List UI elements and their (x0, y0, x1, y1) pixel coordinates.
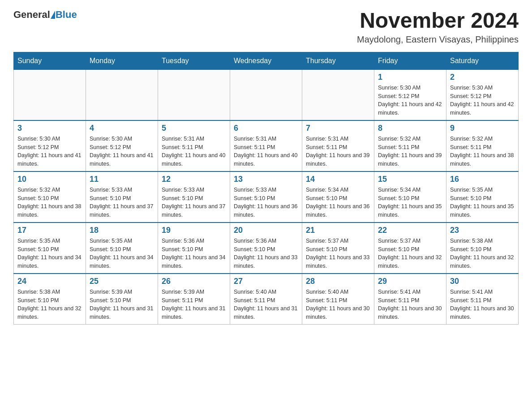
day-number: 4 (90, 124, 154, 133)
day-info: Sunrise: 5:34 AM Sunset: 5:10 PM Dayligh… (378, 186, 442, 219)
day-info: Sunrise: 5:35 AM Sunset: 5:10 PM Dayligh… (450, 186, 515, 219)
calendar-cell: 2Sunrise: 5:30 AM Sunset: 5:12 PM Daylig… (446, 69, 519, 120)
day-number: 6 (234, 124, 298, 133)
calendar-cell: 30Sunrise: 5:41 AM Sunset: 5:11 PM Dayli… (446, 274, 519, 325)
calendar-body: 1Sunrise: 5:30 AM Sunset: 5:12 PM Daylig… (14, 69, 519, 324)
calendar-cell: 21Sunrise: 5:37 AM Sunset: 5:10 PM Dayli… (302, 223, 374, 274)
day-number: 5 (162, 124, 226, 133)
day-info: Sunrise: 5:32 AM Sunset: 5:11 PM Dayligh… (450, 135, 515, 168)
days-of-week-row: SundayMondayTuesdayWednesdayThursdayFrid… (14, 52, 519, 69)
day-header-tuesday: Tuesday (158, 52, 230, 69)
calendar-cell: 20Sunrise: 5:36 AM Sunset: 5:10 PM Dayli… (230, 223, 302, 274)
day-info: Sunrise: 5:38 AM Sunset: 5:10 PM Dayligh… (17, 288, 82, 321)
day-number: 13 (234, 175, 298, 184)
logo-area: General Blue (13, 9, 77, 21)
day-number: 10 (17, 175, 82, 184)
day-info: Sunrise: 5:34 AM Sunset: 5:10 PM Dayligh… (306, 186, 370, 219)
day-info: Sunrise: 5:31 AM Sunset: 5:11 PM Dayligh… (162, 135, 226, 168)
calendar-cell: 19Sunrise: 5:36 AM Sunset: 5:10 PM Dayli… (158, 223, 230, 274)
calendar-cell: 6Sunrise: 5:31 AM Sunset: 5:11 PM Daylig… (230, 120, 302, 171)
location-title: Maydolong, Eastern Visayas, Philippines (357, 34, 519, 45)
calendar-cell: 11Sunrise: 5:33 AM Sunset: 5:10 PM Dayli… (86, 171, 158, 223)
calendar-cell (302, 69, 374, 120)
day-info: Sunrise: 5:38 AM Sunset: 5:10 PM Dayligh… (450, 237, 515, 270)
logo-triangle-icon (51, 11, 55, 19)
calendar-cell: 27Sunrise: 5:40 AM Sunset: 5:11 PM Dayli… (230, 274, 302, 325)
day-number: 12 (162, 175, 226, 184)
day-number: 22 (378, 226, 442, 235)
calendar-cell (230, 69, 302, 120)
day-info: Sunrise: 5:30 AM Sunset: 5:12 PM Dayligh… (90, 135, 154, 168)
calendar-cell: 9Sunrise: 5:32 AM Sunset: 5:11 PM Daylig… (446, 120, 519, 171)
day-number: 21 (306, 226, 370, 235)
day-number: 23 (450, 226, 515, 235)
day-number: 26 (162, 277, 226, 286)
day-number: 29 (378, 277, 442, 286)
day-info: Sunrise: 5:33 AM Sunset: 5:10 PM Dayligh… (162, 186, 226, 219)
day-info: Sunrise: 5:41 AM Sunset: 5:11 PM Dayligh… (450, 288, 515, 321)
calendar-cell: 13Sunrise: 5:33 AM Sunset: 5:10 PM Dayli… (230, 171, 302, 223)
day-number: 28 (306, 277, 370, 286)
day-info: Sunrise: 5:39 AM Sunset: 5:10 PM Dayligh… (90, 288, 154, 321)
calendar-cell: 29Sunrise: 5:41 AM Sunset: 5:11 PM Dayli… (374, 274, 446, 325)
day-number: 1 (378, 73, 442, 82)
day-number: 25 (90, 277, 154, 286)
calendar-cell: 24Sunrise: 5:38 AM Sunset: 5:10 PM Dayli… (14, 274, 86, 325)
day-info: Sunrise: 5:40 AM Sunset: 5:11 PM Dayligh… (234, 288, 298, 321)
day-info: Sunrise: 5:37 AM Sunset: 5:10 PM Dayligh… (306, 237, 370, 270)
page-header: General Blue November 2024 Maydolong, Ea… (13, 9, 519, 45)
day-number: 9 (450, 124, 515, 133)
day-number: 27 (234, 277, 298, 286)
day-info: Sunrise: 5:37 AM Sunset: 5:10 PM Dayligh… (378, 237, 442, 270)
week-row-1: 1Sunrise: 5:30 AM Sunset: 5:12 PM Daylig… (14, 69, 519, 120)
calendar-cell: 16Sunrise: 5:35 AM Sunset: 5:10 PM Dayli… (446, 171, 519, 223)
day-info: Sunrise: 5:30 AM Sunset: 5:12 PM Dayligh… (450, 84, 515, 117)
day-info: Sunrise: 5:39 AM Sunset: 5:11 PM Dayligh… (162, 288, 226, 321)
day-number: 24 (17, 277, 82, 286)
day-info: Sunrise: 5:33 AM Sunset: 5:10 PM Dayligh… (234, 186, 298, 219)
calendar-cell: 25Sunrise: 5:39 AM Sunset: 5:10 PM Dayli… (86, 274, 158, 325)
day-number: 30 (450, 277, 515, 286)
month-title: November 2024 (357, 9, 519, 33)
day-info: Sunrise: 5:35 AM Sunset: 5:10 PM Dayligh… (17, 237, 82, 270)
day-info: Sunrise: 5:33 AM Sunset: 5:10 PM Dayligh… (90, 186, 154, 219)
calendar-cell: 10Sunrise: 5:32 AM Sunset: 5:10 PM Dayli… (14, 171, 86, 223)
day-info: Sunrise: 5:30 AM Sunset: 5:12 PM Dayligh… (378, 84, 442, 117)
calendar-cell: 22Sunrise: 5:37 AM Sunset: 5:10 PM Dayli… (374, 223, 446, 274)
day-info: Sunrise: 5:35 AM Sunset: 5:10 PM Dayligh… (90, 237, 154, 270)
day-number: 3 (17, 124, 82, 133)
day-info: Sunrise: 5:40 AM Sunset: 5:11 PM Dayligh… (306, 288, 370, 321)
day-info: Sunrise: 5:41 AM Sunset: 5:11 PM Dayligh… (378, 288, 442, 321)
day-number: 14 (306, 175, 370, 184)
calendar-cell: 14Sunrise: 5:34 AM Sunset: 5:10 PM Dayli… (302, 171, 374, 223)
calendar-header: SundayMondayTuesdayWednesdayThursdayFrid… (14, 52, 519, 69)
day-number: 15 (378, 175, 442, 184)
day-info: Sunrise: 5:32 AM Sunset: 5:10 PM Dayligh… (17, 186, 82, 219)
day-header-saturday: Saturday (446, 52, 519, 69)
calendar-cell (158, 69, 230, 120)
day-number: 20 (234, 226, 298, 235)
calendar-cell (86, 69, 158, 120)
calendar-cell: 15Sunrise: 5:34 AM Sunset: 5:10 PM Dayli… (374, 171, 446, 223)
calendar-cell (14, 69, 86, 120)
day-header-sunday: Sunday (14, 52, 86, 69)
calendar-cell: 23Sunrise: 5:38 AM Sunset: 5:10 PM Dayli… (446, 223, 519, 274)
day-header-friday: Friday (374, 52, 446, 69)
day-info: Sunrise: 5:31 AM Sunset: 5:11 PM Dayligh… (234, 135, 298, 168)
day-number: 16 (450, 175, 515, 184)
week-row-4: 17Sunrise: 5:35 AM Sunset: 5:10 PM Dayli… (14, 223, 519, 274)
calendar-cell: 3Sunrise: 5:30 AM Sunset: 5:12 PM Daylig… (14, 120, 86, 171)
logo: General Blue (13, 9, 77, 21)
day-number: 7 (306, 124, 370, 133)
day-info: Sunrise: 5:31 AM Sunset: 5:11 PM Dayligh… (306, 135, 370, 168)
week-row-5: 24Sunrise: 5:38 AM Sunset: 5:10 PM Dayli… (14, 274, 519, 325)
day-number: 18 (90, 226, 154, 235)
day-number: 19 (162, 226, 226, 235)
logo-blue-text: Blue (56, 9, 77, 21)
calendar-cell: 1Sunrise: 5:30 AM Sunset: 5:12 PM Daylig… (374, 69, 446, 120)
calendar-cell: 28Sunrise: 5:40 AM Sunset: 5:11 PM Dayli… (302, 274, 374, 325)
day-info: Sunrise: 5:32 AM Sunset: 5:11 PM Dayligh… (378, 135, 442, 168)
day-info: Sunrise: 5:36 AM Sunset: 5:10 PM Dayligh… (234, 237, 298, 270)
calendar-cell: 8Sunrise: 5:32 AM Sunset: 5:11 PM Daylig… (374, 120, 446, 171)
day-number: 17 (17, 226, 82, 235)
